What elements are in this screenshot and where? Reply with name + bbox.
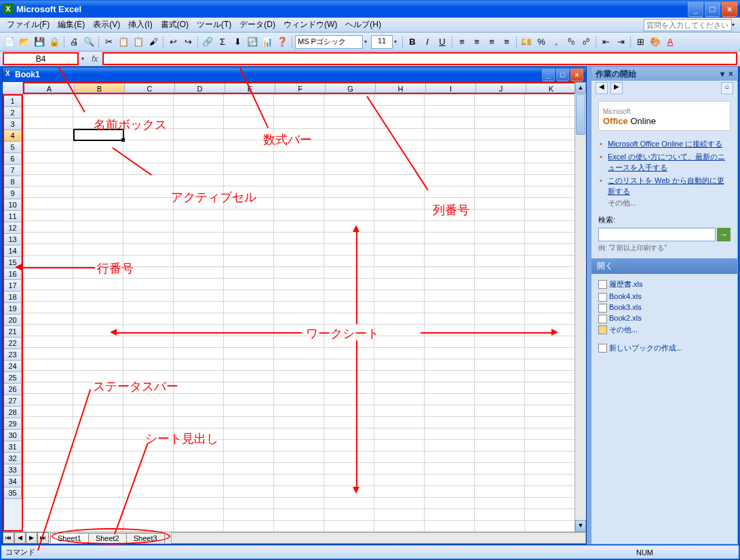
percent-icon[interactable]: % — [534, 35, 548, 49]
scroll-thumb[interactable] — [576, 94, 585, 135]
fx-icon[interactable]: fx — [90, 54, 100, 64]
redo-icon[interactable]: ↪ — [181, 35, 195, 49]
menu-view[interactable]: 表示(V) — [89, 18, 124, 32]
tp-home-icon[interactable]: ⌂ — [721, 82, 733, 94]
help-search-input[interactable] — [644, 19, 732, 31]
row-header-2[interactable]: 2 — [4, 107, 22, 119]
row-header-18[interactable]: 18 — [4, 292, 22, 303]
bold-button[interactable]: B — [406, 35, 419, 49]
last-sheet-button[interactable]: ⏭ — [37, 532, 49, 544]
menu-edit[interactable]: 編集(E) — [54, 18, 89, 32]
recent-file-3[interactable]: Book3.xls — [598, 302, 731, 313]
name-box-dropdown-icon[interactable]: ▾ — [81, 56, 87, 62]
merge-center-icon[interactable]: ≡ — [500, 35, 513, 49]
col-header-c[interactable]: C — [125, 83, 175, 93]
wb-maximize-button[interactable]: □ — [556, 68, 569, 81]
sheet-tab-2[interactable]: Sheet2 — [88, 533, 127, 543]
scroll-down-icon[interactable]: ▼ — [575, 520, 586, 532]
prev-sheet-button[interactable]: ◀ — [14, 532, 26, 544]
recent-file-4[interactable]: Book2.xls — [598, 313, 731, 323]
row-header-5[interactable]: 5 — [4, 142, 22, 153]
sheet-tab-1[interactable]: Sheet1 — [50, 533, 89, 543]
tp-back-icon[interactable]: ◀ — [596, 82, 608, 94]
next-sheet-button[interactable]: ▶ — [26, 532, 37, 544]
maximize-button[interactable]: □ — [705, 1, 720, 17]
sort-desc-icon[interactable]: 🔃 — [246, 35, 259, 49]
font-name-select[interactable]: MS Pゴシック — [295, 35, 363, 49]
select-all-corner[interactable] — [3, 82, 23, 94]
row-header-23[interactable]: 23 — [4, 349, 22, 361]
row-header-24[interactable]: 24 — [4, 361, 22, 372]
tp-search-go-button[interactable]: → — [717, 228, 731, 241]
col-header-b[interactable]: B — [75, 83, 125, 93]
tp-link-news[interactable]: Excel の使い方について、最新のニュースを入手する — [598, 151, 731, 174]
row-header-6[interactable]: 6 — [4, 153, 22, 165]
open-icon[interactable]: 📂 — [18, 35, 31, 49]
row-header-9[interactable]: 9 — [4, 188, 22, 199]
col-header-h[interactable]: H — [376, 83, 426, 93]
wb-minimize-button[interactable]: _ — [542, 68, 555, 81]
fill-color-icon[interactable]: 🎨 — [648, 35, 662, 49]
save-icon[interactable]: 💾 — [33, 35, 46, 49]
minimize-button[interactable]: _ — [688, 1, 703, 17]
col-header-j[interactable]: J — [476, 83, 526, 93]
sheet-tab-3[interactable]: Sheet3 — [126, 533, 165, 543]
size-dropdown-icon[interactable]: ▾ — [394, 39, 400, 45]
currency-icon[interactable]: 💴 — [520, 35, 533, 49]
align-center-icon[interactable]: ≡ — [470, 35, 484, 49]
comma-icon[interactable]: , — [549, 35, 563, 49]
hyperlink-icon[interactable]: 🔗 — [201, 35, 214, 49]
row-header-19[interactable]: 19 — [4, 303, 22, 315]
copy-icon[interactable]: 📋 — [117, 35, 130, 49]
menu-format[interactable]: 書式(O) — [157, 18, 193, 32]
menu-window[interactable]: ウィンドウ(W) — [279, 18, 341, 32]
help-icon[interactable]: ❓ — [275, 35, 289, 49]
increase-decimal-icon[interactable]: ⁰₀ — [564, 35, 578, 49]
scroll-up-icon[interactable]: ▲ — [575, 82, 586, 94]
tp-search-input[interactable] — [598, 228, 716, 241]
align-left-icon[interactable]: ≡ — [455, 35, 469, 49]
menu-help[interactable]: ヘルプ(H) — [341, 18, 385, 32]
recent-file-1[interactable]: 履歴書.xls — [598, 278, 731, 291]
underline-button[interactable]: U — [435, 35, 449, 49]
col-header-d[interactable]: D — [175, 83, 225, 93]
format-painter-icon[interactable]: 🖌 — [147, 35, 160, 49]
row-header-11[interactable]: 11 — [4, 211, 22, 222]
tp-more-files[interactable]: その他... — [598, 323, 731, 336]
row-header-22[interactable]: 22 — [4, 338, 22, 349]
col-header-e[interactable]: E — [225, 83, 275, 93]
tp-link-update[interactable]: このリストを Web から自動的に更新する — [598, 174, 731, 198]
chart-icon[interactable]: 📊 — [260, 35, 274, 49]
row-header-29[interactable]: 29 — [4, 418, 22, 430]
decrease-decimal-icon[interactable]: ₀⁰ — [579, 35, 593, 49]
row-header-14[interactable]: 14 — [4, 245, 22, 257]
row-header-3[interactable]: 3 — [4, 119, 22, 130]
row-header-21[interactable]: 21 — [4, 326, 22, 338]
print-icon[interactable]: 🖨 — [67, 35, 81, 49]
sort-icon[interactable]: ⬇ — [231, 35, 244, 49]
row-header-25[interactable]: 25 — [4, 372, 22, 384]
tp-link-connect[interactable]: Microsoft Office Online に接続する — [598, 138, 731, 151]
row-header-26[interactable]: 26 — [4, 384, 22, 395]
font-size-select[interactable]: 11 — [371, 35, 393, 49]
permission-icon[interactable]: 🔒 — [47, 35, 61, 49]
row-header-28[interactable]: 28 — [4, 407, 22, 418]
increase-indent-icon[interactable]: ⇥ — [614, 35, 627, 49]
font-dropdown-icon[interactable]: ▾ — [364, 39, 370, 45]
col-header-i[interactable]: I — [426, 83, 476, 93]
vertical-scrollbar[interactable]: ▲ ▼ — [575, 82, 586, 532]
active-cell[interactable] — [73, 129, 124, 141]
cells-grid[interactable] — [23, 94, 586, 532]
row-header-12[interactable]: 12 — [4, 222, 22, 234]
row-header-34[interactable]: 34 — [4, 476, 22, 487]
row-header-31[interactable]: 31 — [4, 441, 22, 453]
row-header-8[interactable]: 8 — [4, 176, 22, 188]
row-header-27[interactable]: 27 — [4, 395, 22, 407]
row-header-30[interactable]: 30 — [4, 430, 22, 441]
undo-icon[interactable]: ↩ — [166, 35, 180, 49]
wb-close-button[interactable]: × — [570, 68, 583, 81]
row-header-20[interactable]: 20 — [4, 315, 22, 326]
row-header-13[interactable]: 13 — [4, 234, 22, 245]
menu-data[interactable]: データ(D) — [235, 18, 279, 32]
horizontal-scrollbar[interactable] — [171, 532, 586, 544]
